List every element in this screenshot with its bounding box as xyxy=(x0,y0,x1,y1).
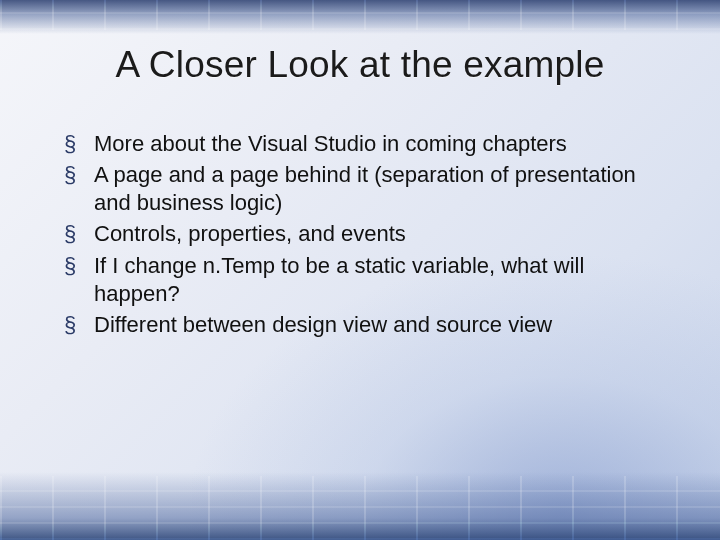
slide-title: A Closer Look at the example xyxy=(56,44,664,86)
bullet-list: More about the Visual Studio in coming c… xyxy=(56,130,664,339)
slide: A Closer Look at the example More about … xyxy=(0,0,720,540)
bullet-item: If I change n.Temp to be a static variab… xyxy=(64,252,664,308)
bullet-item: Different between design view and source… xyxy=(64,311,664,339)
bullet-item: More about the Visual Studio in coming c… xyxy=(64,130,664,158)
bullet-item: A page and a page behind it (separation … xyxy=(64,161,664,217)
bullet-item: Controls, properties, and events xyxy=(64,220,664,248)
